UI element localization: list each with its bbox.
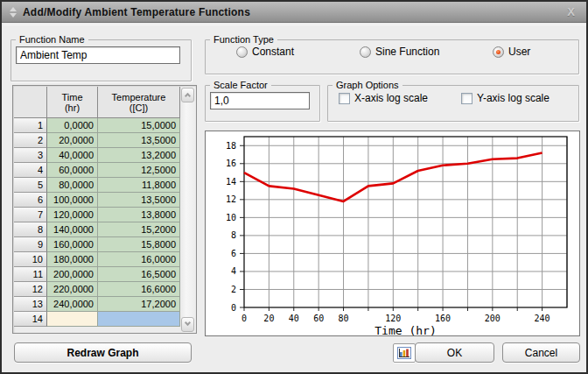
time-cell[interactable]: 60,0000 [47,163,98,178]
scroll-up-icon[interactable] [181,88,194,102]
temperature-cell[interactable]: 13,5000 [98,193,180,208]
y-axis-log-checkbox-item[interactable]: Y-axis log scale [461,92,550,104]
temperature-cell[interactable]: 13,5000 [98,133,180,148]
table-row: 12220,000016,6000 [14,282,180,297]
temperature-cell[interactable]: 12,5000 [98,163,180,178]
scroll-down-icon[interactable] [181,317,194,332]
bar-chart-icon [397,347,411,359]
svg-text:16: 16 [226,159,236,168]
svg-text:160: 160 [435,314,451,323]
time-cell[interactable]: 120,0000 [47,208,98,222]
table-rows: 10,000015,0000220,000013,5000340,000013,… [14,118,180,327]
temperature-cell[interactable] [98,312,180,327]
temperature-cell[interactable]: 16,5000 [98,267,180,282]
radio-user-label: User [508,46,530,58]
cancel-button[interactable]: Cancel [502,342,580,363]
table-row: 220,000013,5000 [14,133,180,148]
radio-constant[interactable]: Constant [236,46,294,58]
time-cell[interactable]: 180,0000 [47,252,98,267]
time-cell[interactable]: 100,0000 [47,193,98,208]
row-number-cell[interactable]: 4 [14,163,47,178]
svg-text:60: 60 [313,314,324,323]
temperature-cell[interactable]: 13,8000 [98,208,180,222]
row-number-cell[interactable]: 14 [14,312,47,327]
svg-text:8: 8 [231,230,236,240]
table-header-row: Time (hr) Temperature ([C]) [14,87,180,118]
temperature-cell[interactable]: 16,6000 [98,282,180,297]
svg-text:4: 4 [231,266,236,276]
svg-text:20: 20 [263,314,274,323]
radio-sine-function-icon[interactable] [360,46,371,58]
temperature-cell[interactable]: 13,2000 [98,148,180,163]
row-number-cell[interactable]: 3 [14,148,47,163]
function-name-group: Function Name [10,34,192,81]
row-number-cell[interactable]: 11 [14,267,47,282]
temperature-cell[interactable]: 11,8000 [98,178,180,193]
row-number-cell[interactable]: 13 [14,297,47,312]
redraw-graph-button[interactable]: Redraw Graph [14,342,192,363]
scale-factor-input[interactable] [210,92,310,109]
time-cell[interactable] [47,312,98,327]
row-number-cell[interactable]: 1 [14,118,47,133]
row-number-cell[interactable]: 2 [14,133,47,148]
radio-constant-icon[interactable] [236,46,248,58]
temperature-cell[interactable]: 16,0000 [98,252,180,267]
function-name-input[interactable] [16,46,180,64]
table-scrollbar[interactable] [180,87,195,333]
time-cell[interactable]: 200,0000 [47,267,98,282]
row-number-cell[interactable]: 5 [14,178,47,193]
window-title: Add/Modify Ambient Temperature Functions [23,6,250,18]
table-row: 14 [14,312,180,327]
table-row: 8140,000015,2000 [14,222,180,237]
table-row: 6100,000013,5000 [14,193,180,208]
table-row: 9160,000015,8000 [14,237,180,252]
close-icon[interactable]: X [567,5,575,18]
svg-text:0: 0 [231,303,236,313]
x-axis-log-checkbox-item[interactable]: X-axis log scale [339,92,428,104]
dialog-body: Function Name Function Type Constant Sin… [4,25,588,374]
window-icon [9,7,17,18]
svg-text:120: 120 [385,314,401,323]
row-number-cell[interactable]: 8 [14,222,47,237]
function-type-group-label: Function Type [210,34,277,45]
radio-sine-function[interactable]: Sine Function [360,46,439,58]
time-cell[interactable]: 20,0000 [47,133,98,148]
header-corner-cell [14,87,47,118]
time-cell[interactable]: 0,0000 [47,118,98,133]
chart-panel: 020406080120160200240024681012141618Time… [205,131,580,336]
table-grid: Time (hr) Temperature ([C]) 10,000015,00… [14,87,180,327]
row-number-cell[interactable]: 6 [14,193,47,208]
time-cell[interactable]: 80,0000 [47,178,98,193]
function-name-group-label: Function Name [16,34,88,45]
temperature-cell[interactable]: 15,8000 [98,237,180,252]
graph-icon-button[interactable] [393,343,416,363]
radio-constant-label: Constant [252,46,294,58]
ok-button[interactable]: OK [415,342,494,363]
radio-sine-function-label: Sine Function [375,46,439,58]
temperature-cell[interactable]: 15,0000 [98,118,180,133]
time-cell[interactable]: 240,0000 [47,297,98,312]
dialog-window: Add/Modify Ambient Temperature Functions… [0,0,588,374]
row-number-cell[interactable]: 10 [14,252,47,267]
row-number-cell[interactable]: 7 [14,208,47,222]
graph-options-group: Graph Options X-axis log scale Y-axis lo… [327,80,579,122]
svg-text:240: 240 [535,314,550,323]
row-number-cell[interactable]: 12 [14,282,47,297]
y-axis-log-checkbox[interactable] [461,93,472,104]
time-cell[interactable]: 220,0000 [47,282,98,297]
time-cell[interactable]: 140,0000 [47,222,98,237]
time-cell[interactable]: 40,0000 [47,148,98,163]
radio-user[interactable]: User [493,46,530,58]
x-axis-log-checkbox[interactable] [339,93,350,104]
radio-user-icon[interactable] [493,46,504,58]
table-row: 580,000011,8000 [14,178,180,193]
chart-svg: 020406080120160200240024681012141618Time… [206,131,579,335]
table-row: 460,000012,5000 [14,163,180,178]
temperature-cell[interactable]: 15,2000 [98,222,180,237]
row-number-cell[interactable]: 9 [14,237,47,252]
data-table: Time (hr) Temperature ([C]) 10,000015,00… [12,85,197,334]
title-bar[interactable]: Add/Modify Ambient Temperature Functions… [2,2,586,23]
temperature-cell[interactable]: 17,2000 [98,297,180,312]
header-time: Time (hr) [47,87,98,118]
time-cell[interactable]: 160,0000 [47,237,98,252]
